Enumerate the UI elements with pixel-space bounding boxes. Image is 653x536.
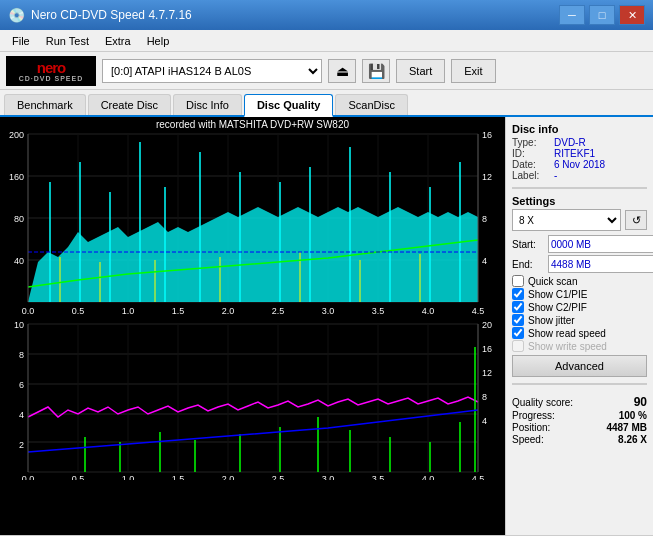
tab-disc-info[interactable]: Disc Info	[173, 94, 242, 115]
settings-title: Settings	[512, 195, 647, 207]
disc-id-value: RITEKF1	[554, 148, 595, 159]
tab-disc-quality[interactable]: Disc Quality	[244, 94, 334, 117]
svg-text:4.0: 4.0	[422, 306, 435, 316]
svg-text:3.5: 3.5	[372, 306, 385, 316]
svg-text:3.0: 3.0	[322, 306, 335, 316]
speed-value: 8.26 X	[618, 434, 647, 445]
svg-text:16: 16	[482, 132, 492, 140]
show-read-speed-label: Show read speed	[528, 328, 606, 339]
chart-title: recorded with MATSHITA DVD+RW SW820	[0, 117, 505, 132]
svg-text:8: 8	[482, 214, 487, 224]
svg-rect-55	[28, 324, 478, 472]
quality-score-value: 90	[634, 395, 647, 409]
show-c2-checkbox[interactable]	[512, 301, 524, 313]
svg-text:1.5: 1.5	[172, 306, 185, 316]
menu-bar: File Run Test Extra Help	[0, 30, 653, 52]
svg-text:3.0: 3.0	[322, 474, 335, 480]
svg-text:0.5: 0.5	[72, 474, 85, 480]
tab-benchmark[interactable]: Benchmark	[4, 94, 86, 115]
svg-text:8: 8	[482, 392, 487, 402]
right-panel: Disc info Type: DVD-R ID: RITEKF1 Date: …	[505, 117, 653, 535]
disc-type-row: Type: DVD-R	[512, 137, 647, 148]
svg-text:4.5: 4.5	[472, 474, 485, 480]
svg-text:2.5: 2.5	[272, 306, 285, 316]
tab-scandisc[interactable]: ScanDisc	[335, 94, 407, 115]
svg-text:2.5: 2.5	[272, 474, 285, 480]
show-write-speed-checkbox	[512, 340, 524, 352]
disc-date-value: 6 Nov 2018	[554, 159, 605, 170]
disc-label-label: Label:	[512, 170, 550, 181]
app-title: Nero CD-DVD Speed 4.7.7.16	[31, 8, 192, 22]
disc-date-label: Date:	[512, 159, 550, 170]
disc-date-row: Date: 6 Nov 2018	[512, 159, 647, 170]
show-write-speed-label: Show write speed	[528, 341, 607, 352]
svg-text:1.0: 1.0	[122, 306, 135, 316]
quick-scan-row: Quick scan	[512, 275, 647, 287]
position-value: 4487 MB	[606, 422, 647, 433]
show-c2-label: Show C2/PIF	[528, 302, 587, 313]
end-mb-label: End:	[512, 259, 544, 270]
show-c1-checkbox[interactable]	[512, 288, 524, 300]
menu-run-test[interactable]: Run Test	[38, 33, 97, 49]
end-mb-input[interactable]	[548, 255, 653, 273]
charts-wrapper: 200 160 80 40 16 12 8 4 0.0 0.5 1.0 1.5 …	[0, 132, 505, 535]
settings-section: Settings 8 X Maximum 1 X 2 X 4 X 12 X 16…	[512, 195, 647, 377]
menu-extra[interactable]: Extra	[97, 33, 139, 49]
eject-icon-button[interactable]: ⏏	[328, 59, 356, 83]
disc-type-label: Type:	[512, 137, 550, 148]
toolbar: nero CD·DVD SPEED [0:0] ATAPI iHAS124 B …	[0, 52, 653, 90]
quality-score-label: Quality score:	[512, 397, 573, 408]
svg-text:0.0: 0.0	[22, 474, 35, 480]
app-icon: 💿	[8, 7, 25, 23]
disc-id-label: ID:	[512, 148, 550, 159]
svg-text:12: 12	[482, 172, 492, 182]
progress-label: Progress:	[512, 410, 555, 421]
svg-text:20: 20	[482, 320, 492, 330]
disc-type-value: DVD-R	[554, 137, 586, 148]
save-icon-button[interactable]: 💾	[362, 59, 390, 83]
menu-file[interactable]: File	[4, 33, 38, 49]
svg-text:2.0: 2.0	[222, 306, 235, 316]
disc-info-title: Disc info	[512, 123, 647, 135]
svg-text:4.0: 4.0	[422, 474, 435, 480]
svg-text:80: 80	[14, 214, 24, 224]
svg-text:16: 16	[482, 344, 492, 354]
svg-text:160: 160	[9, 172, 24, 182]
advanced-button[interactable]: Advanced	[512, 355, 647, 377]
svg-text:1.5: 1.5	[172, 474, 185, 480]
drive-select[interactable]: [0:0] ATAPI iHAS124 B AL0S	[102, 59, 322, 83]
main-content: recorded with MATSHITA DVD+RW SW820	[0, 117, 653, 535]
svg-text:8: 8	[19, 350, 24, 360]
window-controls: ─ □ ✕	[559, 5, 645, 25]
speed-select[interactable]: 8 X Maximum 1 X 2 X 4 X 12 X 16 X	[512, 209, 621, 231]
charts-svg: 200 160 80 40 16 12 8 4 0.0 0.5 1.0 1.5 …	[0, 132, 500, 480]
show-c1-row: Show C1/PIE	[512, 288, 647, 300]
svg-text:0.5: 0.5	[72, 306, 85, 316]
close-button[interactable]: ✕	[619, 5, 645, 25]
start-mb-input[interactable]	[548, 235, 653, 253]
show-read-speed-row: Show read speed	[512, 327, 647, 339]
show-read-speed-checkbox[interactable]	[512, 327, 524, 339]
svg-text:12: 12	[482, 368, 492, 378]
disc-info-section: Disc info Type: DVD-R ID: RITEKF1 Date: …	[512, 123, 647, 181]
svg-text:6: 6	[19, 380, 24, 390]
maximize-button[interactable]: □	[589, 5, 615, 25]
show-c2-row: Show C2/PIF	[512, 301, 647, 313]
svg-text:3.5: 3.5	[372, 474, 385, 480]
start-mb-row: Start:	[512, 235, 647, 253]
quick-scan-checkbox[interactable]	[512, 275, 524, 287]
start-button[interactable]: Start	[396, 59, 445, 83]
tab-create-disc[interactable]: Create Disc	[88, 94, 171, 115]
quality-section: Quality score: 90 Progress: 100 % Positi…	[512, 391, 647, 446]
refresh-icon-button[interactable]: ↺	[625, 210, 647, 230]
speed-label: Speed:	[512, 434, 544, 445]
position-label: Position:	[512, 422, 550, 433]
svg-text:40: 40	[14, 256, 24, 266]
svg-text:10: 10	[14, 320, 24, 330]
minimize-button[interactable]: ─	[559, 5, 585, 25]
menu-help[interactable]: Help	[139, 33, 178, 49]
exit-button[interactable]: Exit	[451, 59, 495, 83]
show-write-speed-row: Show write speed	[512, 340, 647, 352]
show-jitter-checkbox[interactable]	[512, 314, 524, 326]
svg-text:4: 4	[482, 416, 487, 426]
